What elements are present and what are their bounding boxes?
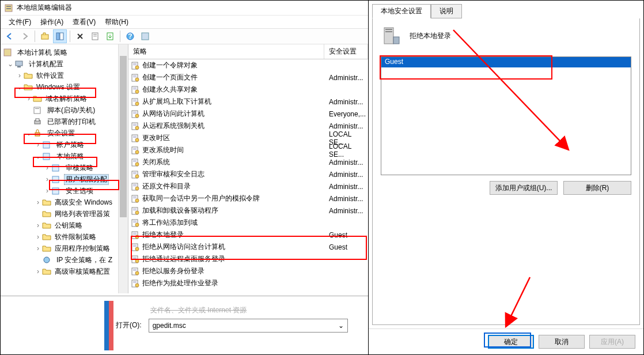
list-row[interactable]: 拒绝从网络访问这台计算机Guest <box>128 241 368 253</box>
svg-point-70 <box>135 187 139 190</box>
list-row[interactable]: 从网络访问此计算机Everyone,... <box>128 108 368 120</box>
up-button[interactable] <box>38 29 52 43</box>
tree-dns-policy[interactable]: 域名解析策略 <box>44 93 89 104</box>
help-button[interactable]: ? <box>123 29 137 43</box>
toggle-icon[interactable]: › <box>34 198 42 206</box>
tree-windows-settings[interactable]: Windows 设置 <box>35 82 82 93</box>
menu-file[interactable]: 文件(F) <box>5 16 35 28</box>
list-row[interactable]: 拒绝通过远程桌面服务登录 <box>128 253 368 265</box>
policy-setting: Administr... <box>324 207 368 215</box>
remove-button[interactable]: 删除(R) <box>563 181 631 195</box>
toggle-icon[interactable]: ⌄ <box>34 152 42 160</box>
back-button[interactable] <box>3 29 17 43</box>
svg-rect-101 <box>133 282 137 283</box>
tree-root[interactable]: 本地计算机 策略 <box>16 47 69 58</box>
tree-network-list[interactable]: 网络列表管理器策 <box>53 209 112 220</box>
col-header-setting[interactable]: 安全设置 <box>324 44 368 59</box>
svg-rect-60 <box>133 160 137 161</box>
toggle-icon[interactable]: › <box>16 71 24 80</box>
list-row[interactable]: 拒绝作为批处理作业登录 <box>128 277 368 289</box>
user-item-guest[interactable]: Guest <box>381 57 631 67</box>
tree-scrollbar[interactable] <box>118 44 128 293</box>
toggle-icon[interactable]: › <box>43 164 51 172</box>
policy-setting: Administr... <box>324 98 368 106</box>
tree-audit-policy[interactable]: 审核策略 <box>64 163 95 173</box>
tree-user-rights[interactable]: 用户权限分配 <box>64 174 109 185</box>
tree-printers[interactable]: 已部署的打印机 <box>46 116 97 127</box>
add-user-button[interactable]: 添加用户或组(U)... <box>490 181 558 195</box>
svg-point-66 <box>135 175 139 178</box>
list-header[interactable]: 策略 安全设置 <box>128 44 368 59</box>
list-body[interactable]: 创建一个令牌对象创建一个页面文件Administr...创建永久共享对象从扩展坞… <box>128 59 368 293</box>
menu-action[interactable]: 操作(A) <box>37 16 67 28</box>
toggle-icon[interactable]: › <box>34 141 42 149</box>
svg-rect-69 <box>133 186 137 186</box>
list-row[interactable]: 创建永久共享对象 <box>128 84 368 96</box>
tab-local-security[interactable]: 本地安全设置 <box>372 4 431 18</box>
export-button[interactable] <box>103 29 117 43</box>
svg-point-78 <box>135 211 139 214</box>
svg-rect-81 <box>133 222 137 222</box>
tree-security-options[interactable]: 安全选项 <box>64 186 95 197</box>
list-row[interactable]: 获取同一会话中另一个用户的模拟令牌Administr... <box>128 192 368 205</box>
list-row[interactable]: 创建一个令牌对象 <box>128 59 368 71</box>
toggle-icon[interactable]: ⌄ <box>25 129 33 137</box>
policy-name: 拒绝以服务身份登录 <box>142 266 204 276</box>
tree-advanced-windows[interactable]: 高级安全 Windows <box>53 197 114 208</box>
properties-button[interactable] <box>88 29 102 43</box>
tree-ip-security[interactable]: IP 安全策略，在 Z <box>55 255 114 266</box>
folder-icon <box>33 95 42 103</box>
svg-point-102 <box>135 284 139 287</box>
list-row[interactable]: 创建一个页面文件Administr... <box>128 71 368 84</box>
svg-rect-77 <box>133 210 137 210</box>
delete-button[interactable] <box>73 29 87 43</box>
list-row[interactable]: 关闭系统Administr... <box>128 156 368 168</box>
toggle-icon[interactable]: › <box>34 267 42 275</box>
tree-app-control[interactable]: 应用程序控制策略 <box>53 243 112 254</box>
list-row[interactable]: 从扩展坞上取下计算机Administr... <box>128 96 368 108</box>
toggle-icon[interactable]: › <box>34 244 42 252</box>
user-listbox[interactable]: Guest <box>381 56 631 175</box>
run-input[interactable]: gpedit.msc ⌄ <box>149 319 348 333</box>
list-row[interactable]: 拒绝以服务身份登录 <box>128 265 368 277</box>
toggle-icon[interactable]: › <box>34 233 42 241</box>
list-row[interactable]: 加载和卸载设备驱动程序Administr... <box>128 205 368 217</box>
tab-description[interactable]: 说明 <box>431 4 462 18</box>
list-row[interactable]: 将工作站添加到域 <box>128 217 368 229</box>
svg-point-38 <box>135 90 139 93</box>
list-row[interactable]: 管理审核和安全日志Administr... <box>128 168 368 180</box>
tree-advanced-audit[interactable]: 高级审核策略配置 <box>53 266 112 277</box>
tree-computer-config[interactable]: 计算机配置 <box>27 59 65 70</box>
toggle-icon[interactable]: › <box>43 175 51 183</box>
tree-panel[interactable]: 本地计算机 策略 ⌄计算机配置 ›软件设置 ⌄Windows 设置 ›域名解析策… <box>1 44 128 293</box>
dropdown-icon[interactable]: ⌄ <box>338 322 344 330</box>
refresh-button[interactable] <box>138 29 152 43</box>
menu-bar: 文件(F) 操作(A) 查看(V) 帮助(H) <box>1 16 368 28</box>
ok-button[interactable]: 确定 <box>488 335 534 349</box>
tree-software-restrict[interactable]: 软件限制策略 <box>53 232 98 243</box>
svg-rect-48 <box>133 124 137 124</box>
tree-account-policy[interactable]: 帐户策略 <box>55 139 86 150</box>
tree-software-settings[interactable]: 软件设置 <box>35 70 66 81</box>
menu-view[interactable]: 查看(V) <box>69 16 99 28</box>
toggle-icon[interactable]: › <box>25 95 33 103</box>
view-list-button[interactable] <box>53 29 67 43</box>
list-row[interactable]: 拒绝本地登录Guest <box>128 229 368 241</box>
toggle-icon[interactable]: ⌄ <box>16 83 24 91</box>
tree-security-settings[interactable]: 安全设置 <box>46 128 77 139</box>
tree-public-key[interactable]: 公钥策略 <box>53 220 84 231</box>
window-title: 本地组策略编辑器 <box>17 3 72 13</box>
toggle-icon[interactable]: › <box>34 221 42 229</box>
tree-scripts[interactable]: 脚本(启动/关机) <box>46 105 97 116</box>
col-header-policy[interactable]: 策略 <box>128 44 324 59</box>
tree-local-policy[interactable]: 本地策略 <box>55 151 86 162</box>
toggle-icon[interactable]: › <box>43 187 51 195</box>
list-row[interactable]: 还原文件和目录Administr... <box>128 180 368 192</box>
menu-help[interactable]: 帮助(H) <box>101 16 132 28</box>
script-icon <box>33 105 42 115</box>
cancel-button[interactable]: 取消 <box>539 335 585 349</box>
forward-button[interactable] <box>18 29 32 43</box>
list-row[interactable]: 更改系统时间LOCAL SE... <box>128 144 368 156</box>
apply-button[interactable]: 应用(A) <box>589 335 635 349</box>
toggle-icon[interactable]: ⌄ <box>6 60 14 68</box>
